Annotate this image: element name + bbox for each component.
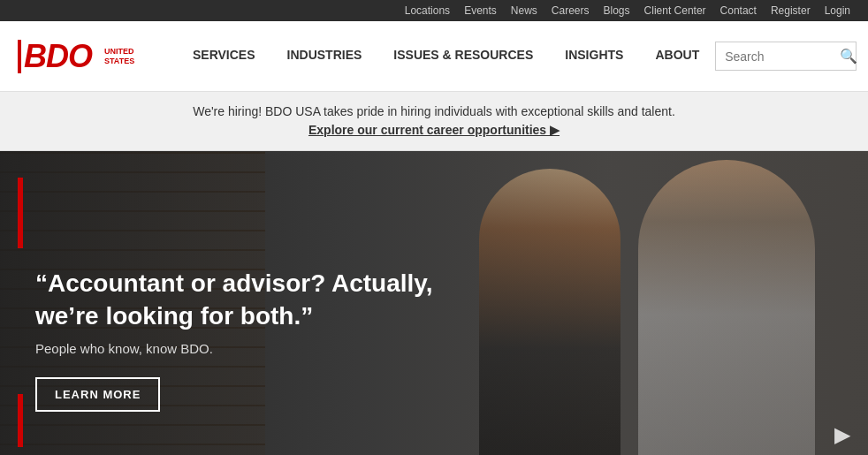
hero-red-bar-bottom <box>18 394 23 447</box>
utility-link-contact[interactable]: Contact <box>720 4 757 17</box>
logo-bdo: BDO <box>18 40 92 73</box>
nav-items: SERVICES INDUSTRIES ISSUES & RESOURCES I… <box>177 21 715 91</box>
nav-right: 🔍 <box>715 42 868 71</box>
utility-link-login[interactable]: Login <box>825 4 850 17</box>
utility-link-events[interactable]: Events <box>464 4 497 17</box>
search-input[interactable] <box>725 49 840 64</box>
hiring-cta-link[interactable]: Explore our current career opportunities… <box>308 123 560 137</box>
nav-item-industries[interactable]: INDUSTRIES <box>271 21 378 91</box>
utility-link-client-center[interactable]: Client Center <box>644 4 706 17</box>
nav-item-insights[interactable]: INSIGHTS <box>549 21 639 91</box>
utility-link-blogs[interactable]: Blogs <box>604 4 630 17</box>
hero-content: “Accountant or advisor? Actually, we’re … <box>35 268 460 412</box>
nav-item-about[interactable]: ABOUT <box>639 21 715 91</box>
logo-subtitle: UNITED STATES <box>104 47 134 66</box>
utility-link-register[interactable]: Register <box>771 4 811 17</box>
play-button[interactable]: ▶ <box>834 422 850 447</box>
logo-area[interactable]: BDO UNITED STATES <box>18 40 150 73</box>
main-navigation: BDO UNITED STATES SERVICES INDUSTRIES IS… <box>0 21 868 92</box>
logo-red-bar <box>18 40 21 73</box>
hero-section: “Accountant or advisor? Actually, we’re … <box>0 151 868 455</box>
hero-cta-button[interactable]: LEARN MORE <box>35 377 160 412</box>
nav-item-services[interactable]: SERVICES <box>177 21 271 91</box>
logo-region: STATES <box>104 57 134 66</box>
logo-brand-text: BDO <box>24 41 92 72</box>
utility-link-careers[interactable]: Careers <box>552 4 590 17</box>
hiring-message: We're hiring! BDO USA takes pride in hir… <box>18 104 850 118</box>
hero-subtext: People who know, know BDO. <box>35 341 460 356</box>
hero-quote: “Accountant or advisor? Actually, we’re … <box>35 268 460 332</box>
search-icon[interactable]: 🔍 <box>840 48 857 64</box>
utility-link-locations[interactable]: Locations <box>405 4 450 17</box>
logo-country: UNITED <box>104 47 134 57</box>
utility-link-news[interactable]: News <box>511 4 537 17</box>
hero-red-bar-top <box>18 178 23 248</box>
utility-bar: Locations Events News Careers Blogs Clie… <box>0 0 868 21</box>
hiring-banner: We're hiring! BDO USA takes pride in hir… <box>0 92 868 151</box>
search-box[interactable]: 🔍 <box>715 42 857 71</box>
nav-item-issues-resources[interactable]: ISSUES & RESOURCES <box>377 21 549 91</box>
